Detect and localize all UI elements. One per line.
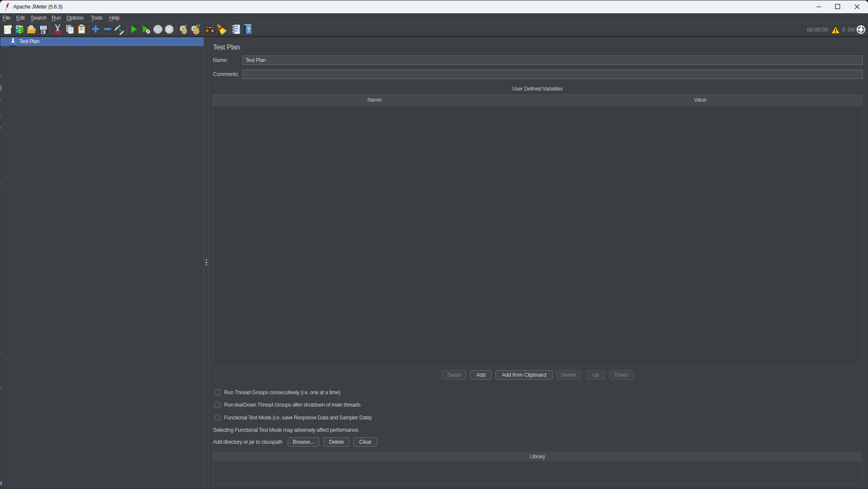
svg-text:STOP: STOP bbox=[154, 28, 162, 31]
svg-text:?: ? bbox=[247, 26, 250, 33]
